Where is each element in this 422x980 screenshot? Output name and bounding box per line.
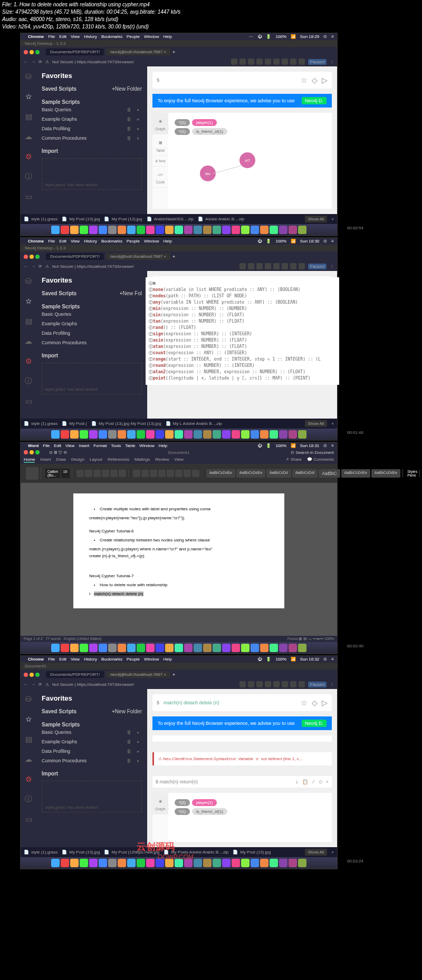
play-icon[interactable]: ▷ [322,76,328,84]
font-select[interactable]: Calibri (Bo... [45,469,60,478]
autocomplete-popup[interactable]: ⓥn ⓕnone(variable in list WHERE predicat… [146,277,339,385]
tab-1[interactable]: Documents/PDFREPORT/ [46,48,104,55]
screenshot-1: ChromeFileEditViewHistoryBookmarksPeople… [20,33,338,236]
tab-home[interactable]: Home [24,457,35,463]
word-titlebar: ⊙ ⊞ ▽ ⟲Document1⊙ Search in Document [21,449,337,456]
dock [21,224,337,236]
sidebar-item[interactable]: Basic Queries🗑 ▸ [42,105,142,114]
cloud-icon[interactable]: ☁ [24,132,33,141]
text-tab[interactable]: A Text [152,156,168,167]
query-history: $ match(n) return(n)⤓📋⤢⊙× [152,776,332,788]
document-area[interactable]: Create multiple nodes with label and pro… [21,483,337,636]
about-icon[interactable]: ⓘ [24,172,33,181]
url-input[interactable]: Not Secure | https://localhost:7473/brow… [52,60,228,64]
info-banner: To enjoy the full Neo4j Browser experien… [152,94,332,108]
screenshot-3: WordFileEditViewInsertFormatToolsTableWi… [20,442,338,654]
show-all-button[interactable]: Show All [305,216,328,222]
main-panel: $ ☆◇▷ To enjoy the full Neo4j Browser ex… [147,66,337,214]
database-icon[interactable]: ⛁ [24,72,33,81]
svg-line-0 [213,166,242,173]
ribbon: Calibri (Bo...16 AaBbCcDdEeAaBbCcDdEeAaB… [21,464,337,483]
status-bar: Page 1 of 2 77 words English (United Sta… [21,636,337,642]
watermark: 云创源码 [137,840,175,853]
sidebar-item[interactable]: Example Graphs🗑 ▸ [42,114,142,124]
new-tab[interactable]: + [172,50,175,55]
ribbon-tabs: Home InsertDrawDesignLayoutReferencesMai… [21,456,337,464]
settings-icon[interactable]: ⚙ [24,152,33,161]
size-select[interactable]: 16 [61,469,70,478]
url-bar: ←→⟳ ⚠Not Secure | https://localhost:7473… [21,57,337,66]
icon-rail: ⛁ ☆ ▤ ☁ ⚙ ⓘ ▭ [21,66,36,214]
screenshot-2: ChromeFileEditViewHistoryBookmarksPeople… [20,237,338,441]
tab-2[interactable]: neo4j@bolt://localhost:7687 × [106,48,170,55]
error-message: ⚠ Neo.ClientError.Statement.SyntaxError:… [152,752,332,765]
docs-icon[interactable]: ▤ [24,112,33,121]
graph-tab[interactable]: ◉Graph [152,113,168,134]
forward-button[interactable]: → [31,60,35,64]
browser-tabs: Documents/PDFREPORT/ neo4j@bolt://localh… [21,47,337,57]
code-tab[interactable]: </>Code [152,167,168,188]
paste-button[interactable] [26,467,39,480]
download-bar: 📄 style (1).grass 📄 My Post (13).jpg 📄 M… [21,214,337,224]
styles-pane[interactable]: Styles Pane [407,470,417,477]
screenshot-4: ChromeFileEditViewHistoryBookmarksPeople… [20,655,338,869]
sidebar: Favorites Saved Scripts+New Folder Sampl… [36,66,147,214]
reload-button[interactable]: ⟳ [39,60,42,64]
result-panel: ◉Graph ▦Table A Text </>Code *(1)player(… [152,113,332,209]
sidebar-item[interactable]: Common Procedures🗑 ▸ [42,133,142,143]
back-button[interactable]: ← [24,60,28,64]
watermark-url: OOWP.COM [158,853,194,861]
mac-menubar: ChromeFileEditViewHistoryBookmarksPeople… [21,33,337,40]
docs2-icon[interactable]: ▭ [24,192,33,201]
sidebar-title: Favorites [42,72,142,80]
sidebar-item[interactable]: Data Profiling🗑 ▸ [42,124,142,133]
erase-icon[interactable]: ◇ [312,76,318,84]
star-icon[interactable]: ☆ [301,76,308,84]
star-icon[interactable]: ☆ [24,92,33,101]
query-input[interactable]: $ ☆◇▷ [152,72,332,89]
table-tab[interactable]: ▦Table [152,134,168,156]
new-folder-button[interactable]: +New Folder [112,86,142,92]
file-metadata: File: 1. How to delete nodes with relati… [0,0,422,32]
neo4j-button[interactable]: Neo4j D. [302,97,327,104]
